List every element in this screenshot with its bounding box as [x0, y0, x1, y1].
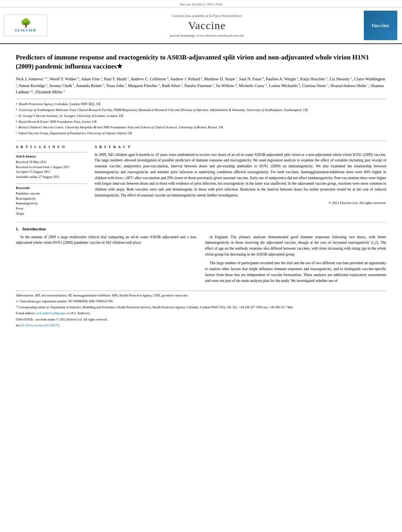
- available-date: Available online 27 August 2011: [16, 174, 87, 180]
- affil-sup-c: c: [16, 113, 17, 119]
- affil-c: c St. George's Vaccine Institute, St. Ge…: [16, 113, 386, 119]
- footnote-corresponding: * Corresponding author at: Department of…: [16, 305, 386, 310]
- journal-header-center: Contents lists available at SciVerse Sci…: [55, 11, 359, 40]
- keyword-1: Pandemic vaccine: [16, 191, 87, 196]
- journal-title: Vaccine: [188, 19, 226, 32]
- abstract-copyright: © 2011 Elsevier Ltd. All rights reserved…: [94, 201, 386, 205]
- journal-volume: Vaccine 29 (2011) 7913–7919: [180, 2, 222, 6]
- elsevier-logo-area: 🌳 ELSEVIER: [4, 11, 51, 40]
- affiliations: a Health Protection Agency, Colindale, L…: [16, 99, 386, 136]
- affil-text-e: Bristol Children's Vaccine Centre, Unive…: [19, 125, 223, 130]
- affil-text-c: St. George's Vaccine Institute, St. Geor…: [19, 113, 123, 119]
- elsevier-name: ELSEVIER: [15, 28, 36, 32]
- keyword-3: Immunogenicity: [16, 201, 87, 206]
- journal-homepage: journal homepage: www.elsevier.com/locat…: [170, 33, 245, 37]
- accepted-date: Accepted 15 August 2011: [16, 169, 87, 174]
- affil-text-b: University of Southampton Wellcome Trust…: [19, 108, 308, 113]
- article-info-col: A R T I C L E I N F O Article history: R…: [16, 145, 87, 216]
- sciverse-link: Contents lists available at SciVerse Sci…: [172, 14, 242, 18]
- affil-sup-e: e: [16, 125, 17, 130]
- journal-header: 🌳 ELSEVIER Contents lists available at S…: [0, 7, 402, 44]
- article-history-title: Article history:: [16, 154, 87, 158]
- keyword-4: Fever: [16, 206, 87, 211]
- vaccine-logo-area: Vaccine: [363, 11, 398, 40]
- abstract-header: A B S T R A C T: [94, 145, 386, 149]
- intro-heading: Introduction: [22, 226, 46, 231]
- received-revised-date: Received in revised form 1 August 2011: [16, 165, 87, 170]
- intro-left-para: In the autumn of 2009 a large multicentr…: [16, 234, 197, 246]
- keyword-2: Reactogenicity: [16, 196, 87, 201]
- abstract-text: In 2009, 943 children aged 6 months to 1…: [94, 152, 386, 198]
- keywords-title: Keywords:: [16, 186, 87, 190]
- affil-b: b University of Southampton Wellcome Tru…: [16, 108, 386, 113]
- article-history-block: Article history: Received 18 May 2011 Re…: [16, 152, 87, 180]
- intro-left-col: In the autumn of 2009 a large multicentr…: [16, 234, 197, 287]
- elsevier-logo: 🌳 ELSEVIER: [4, 15, 47, 36]
- affil-e: e Bristol Children's Vaccine Centre, Uni…: [16, 125, 386, 130]
- abstract-section: In 2009, 943 children aged 6 months to 1…: [94, 152, 386, 205]
- copyright-line: 0264-410X/$ – see front matter © 2011 El…: [16, 318, 107, 321]
- doi-link[interactable]: 10.1016/j.vaccine.2011.08.076: [20, 324, 59, 327]
- vaccine-logo-text: Vaccine: [371, 22, 389, 29]
- elsevier-tree-icon: 🌳: [20, 19, 31, 28]
- page-wrapper: Vaccine 29 (2011) 7913–7919 🌳 ELSEVIER C…: [0, 0, 402, 333]
- vaccine-logo-box: Vaccine: [364, 11, 397, 40]
- affil-text-a: Health Protection Agency, Colindale, Lon…: [19, 102, 101, 107]
- footnote-abbrev-text: Abbreviations: MN, microneutralization; …: [16, 294, 189, 297]
- intro-right-para-1: in England. The primary analyses demonst…: [205, 234, 387, 258]
- intro-section: 1. Introduction In the autumn of 2009 a …: [16, 222, 386, 287]
- footnote-star: ✩ Clinicaltrials.gov registration number…: [16, 299, 386, 304]
- affil-text-f: Oxford Vaccine Group, Department of Paed…: [18, 131, 132, 136]
- email-link[interactable]: nick.andrews@hpa.gov.uk: [36, 311, 70, 315]
- affil-f: f Oxford Vaccine Group, Department of Pa…: [16, 131, 386, 136]
- abstract-col: A B S T R A C T In 2009, 943 children ag…: [94, 145, 386, 216]
- article-title: Predictors of immune response and reacto…: [16, 53, 386, 71]
- footnotes-bottom: Abbreviations: MN, microneutralization; …: [16, 291, 386, 328]
- affil-sup-d: d: [16, 119, 17, 124]
- affil-a: a Health Protection Agency, Colindale, L…: [16, 102, 386, 107]
- authors-list: Nick J. Andrews a,*, Woolf T. Walker b, …: [16, 76, 386, 96]
- affil-sup-f: f: [16, 131, 17, 136]
- footnote-abbreviations: Abbreviations: MN, microneutralization; …: [16, 293, 386, 298]
- intro-number: 1.: [16, 226, 19, 231]
- affil-sup-b: b: [16, 108, 17, 113]
- keyword-5: Atopy: [16, 211, 87, 216]
- article-info-abstract: A R T I C L E I N F O Article history: R…: [16, 141, 386, 216]
- intro-right-para-2: The large number of participants recruit…: [205, 260, 387, 284]
- affil-sup-a: a: [16, 102, 17, 107]
- affil-d: d Royal Devon & Exeter NHS Foundation Tr…: [16, 119, 386, 124]
- intro-right-col: in England. The primary analyses demonst…: [205, 234, 387, 287]
- footnote-email: E-mail address: nick.andrews@hpa.gov.uk …: [16, 311, 386, 316]
- article-info-header: A R T I C L E I N F O: [16, 145, 87, 149]
- received-date: Received 18 May 2011: [16, 159, 87, 165]
- affil-text-d: Royal Devon & Exeter NHS Foundation Trus…: [19, 119, 97, 124]
- intro-title: 1. Introduction: [16, 226, 386, 231]
- intro-two-col: In the autumn of 2009 a large multicentr…: [16, 234, 386, 287]
- doi-text: doi:10.1016/j.vaccine.2011.08.076: [16, 323, 386, 328]
- top-bar: Vaccine 29 (2011) 7913–7919: [0, 0, 402, 7]
- main-content: Predictors of immune response and reacto…: [0, 44, 402, 333]
- keywords-block: Keywords: Pandemic vaccine Reactogenicit…: [16, 184, 87, 216]
- doi-line: 0264-410X/$ – see front matter © 2011 El…: [16, 317, 386, 323]
